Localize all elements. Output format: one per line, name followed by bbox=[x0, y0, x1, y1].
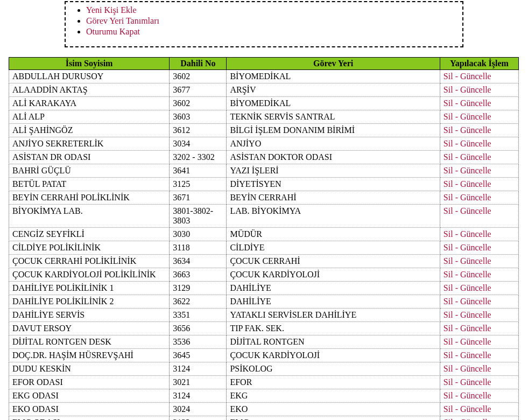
update-link[interactable]: Güncelle bbox=[460, 125, 491, 135]
delete-link[interactable]: Sil bbox=[443, 377, 453, 387]
cell-name: ÇOCUK KARDİYOLOJİ POLİKİLİNİK bbox=[9, 268, 170, 282]
table-row: ALİ ŞAHİNGÖZ3612BİLGİ İŞLEM DONANIM BİRİ… bbox=[9, 124, 519, 137]
delete-link[interactable]: Sil bbox=[443, 337, 453, 346]
delete-link[interactable]: Sil bbox=[443, 297, 453, 306]
col-header-ext: Dahili No bbox=[170, 58, 227, 70]
delete-link[interactable]: Sil bbox=[443, 283, 453, 292]
cell-name: EKG ODASI bbox=[9, 389, 170, 403]
update-link[interactable]: Güncelle bbox=[460, 193, 491, 202]
delete-link[interactable]: Sil bbox=[443, 351, 453, 360]
update-link[interactable]: Güncelle bbox=[460, 85, 491, 94]
cell-ext: 3801-3802-3803 bbox=[170, 205, 227, 228]
update-link[interactable]: Güncelle bbox=[460, 139, 491, 148]
update-link[interactable]: Güncelle bbox=[460, 283, 491, 292]
update-link[interactable]: Güncelle bbox=[460, 243, 491, 252]
update-link[interactable]: Güncelle bbox=[460, 166, 491, 175]
cell-actions: Sil - Güncelle bbox=[440, 335, 518, 349]
duty-definitions-link[interactable]: Görev Yeri Tanımları bbox=[86, 16, 159, 25]
cell-dept: BİLGİ İŞLEM DONANIM BİRİMİ bbox=[227, 124, 440, 137]
delete-link[interactable]: Sil bbox=[443, 404, 453, 414]
menu-item: Yeni Kişi Ekle bbox=[86, 5, 457, 15]
cell-name: BEYİN CERRAHİ POLİKLİNİK bbox=[9, 191, 170, 205]
delete-link[interactable]: Sil bbox=[443, 72, 453, 81]
update-link[interactable]: Güncelle bbox=[460, 152, 491, 162]
cell-ext: 3663 bbox=[170, 268, 227, 282]
cell-actions: Sil - Güncelle bbox=[440, 309, 518, 322]
update-link[interactable]: Güncelle bbox=[460, 99, 491, 108]
cell-dept: YAZI İŞLERİ bbox=[227, 164, 440, 178]
delete-link[interactable]: Sil bbox=[443, 139, 453, 148]
action-separator: - bbox=[453, 99, 460, 108]
table-row: ÇOCUK CERRAHİ POLİKİLİNİK3634ÇOCUK CERRA… bbox=[9, 255, 519, 268]
cell-name: DAVUT ERSOY bbox=[9, 322, 170, 335]
cell-actions: Sil - Güncelle bbox=[440, 349, 518, 362]
cell-name: DAHİLİYE POLİKİLİNİK 2 bbox=[9, 295, 170, 309]
cell-ext: 3132 bbox=[170, 416, 227, 421]
cell-name: DİJİTAL RONTGEN DESK bbox=[9, 335, 170, 349]
update-link[interactable]: Güncelle bbox=[460, 391, 491, 400]
delete-link[interactable]: Sil bbox=[443, 229, 453, 239]
cell-name: CİLDİYE POLİKİLİNİK bbox=[9, 241, 170, 255]
delete-link[interactable]: Sil bbox=[443, 179, 453, 188]
delete-link[interactable]: Sil bbox=[443, 152, 453, 162]
action-separator: - bbox=[453, 166, 460, 175]
delete-link[interactable]: Sil bbox=[443, 166, 453, 175]
table-row: BEYİN CERRAHİ POLİKLİNİK3671BEYİN CERRAH… bbox=[9, 191, 519, 205]
action-separator: - bbox=[453, 206, 460, 215]
cell-name: BAHRİ GÜÇLÜ bbox=[9, 164, 170, 178]
cell-actions: Sil - Güncelle bbox=[440, 137, 518, 151]
update-link[interactable]: Güncelle bbox=[460, 418, 491, 420]
add-person-link[interactable]: Yeni Kişi Ekle bbox=[86, 5, 137, 15]
table-row: DOÇ.DR. HAŞİM HÜSREVŞAHİ3645ÇOCUK KARDİY… bbox=[9, 349, 519, 362]
delete-link[interactable]: Sil bbox=[443, 364, 453, 373]
delete-link[interactable]: Sil bbox=[443, 193, 453, 202]
logout-link[interactable]: Oturumu Kapat bbox=[86, 27, 140, 36]
delete-link[interactable]: Sil bbox=[443, 243, 453, 252]
delete-link[interactable]: Sil bbox=[443, 112, 453, 121]
delete-link[interactable]: Sil bbox=[443, 324, 453, 333]
update-link[interactable]: Güncelle bbox=[460, 310, 491, 319]
cell-ext: 3118 bbox=[170, 241, 227, 255]
cell-dept: BİYOMEDİKAL bbox=[227, 70, 440, 83]
update-link[interactable]: Güncelle bbox=[460, 404, 491, 414]
table-row: BETÜL PATAT3125DİYETİSYENSil - Güncelle bbox=[9, 178, 519, 191]
update-link[interactable]: Güncelle bbox=[460, 337, 491, 346]
cell-dept: DAHİLİYE bbox=[227, 295, 440, 309]
delete-link[interactable]: Sil bbox=[443, 85, 453, 94]
cell-actions: Sil - Güncelle bbox=[440, 178, 518, 191]
update-link[interactable]: Güncelle bbox=[460, 229, 491, 239]
delete-link[interactable]: Sil bbox=[443, 99, 453, 108]
update-link[interactable]: Güncelle bbox=[460, 179, 491, 188]
delete-link[interactable]: Sil bbox=[443, 391, 453, 400]
table-row: BAHRİ GÜÇLÜ3641YAZI İŞLERİSil - Güncelle bbox=[9, 164, 519, 178]
cell-ext: 3536 bbox=[170, 335, 227, 349]
cell-ext: 3612 bbox=[170, 124, 227, 137]
delete-link[interactable]: Sil bbox=[443, 270, 453, 279]
cell-ext: 3641 bbox=[170, 164, 227, 178]
delete-link[interactable]: Sil bbox=[443, 418, 453, 420]
update-link[interactable]: Güncelle bbox=[460, 297, 491, 306]
update-link[interactable]: Güncelle bbox=[460, 364, 491, 373]
cell-name: DOÇ.DR. HAŞİM HÜSREVŞAHİ bbox=[9, 349, 170, 362]
action-separator: - bbox=[453, 256, 460, 265]
update-link[interactable]: Güncelle bbox=[460, 377, 491, 387]
update-link[interactable]: Güncelle bbox=[460, 270, 491, 279]
delete-link[interactable]: Sil bbox=[443, 256, 453, 265]
cell-actions: Sil - Güncelle bbox=[440, 83, 518, 97]
update-link[interactable]: Güncelle bbox=[460, 256, 491, 265]
menu-item: Görev Yeri Tanımları bbox=[86, 16, 457, 26]
cell-actions: Sil - Güncelle bbox=[440, 191, 518, 205]
update-link[interactable]: Güncelle bbox=[460, 351, 491, 360]
cell-dept: TEKNİK SERVİS SANTRAL bbox=[227, 110, 440, 124]
action-separator: - bbox=[453, 418, 460, 420]
cell-ext: 3124 bbox=[170, 362, 227, 376]
update-link[interactable]: Güncelle bbox=[460, 324, 491, 333]
delete-link[interactable]: Sil bbox=[443, 206, 453, 215]
delete-link[interactable]: Sil bbox=[443, 310, 453, 319]
update-link[interactable]: Güncelle bbox=[460, 112, 491, 121]
cell-dept: YATAKLI SERVİSLER DAHİLİYE bbox=[227, 309, 440, 322]
cell-actions: Sil - Güncelle bbox=[440, 205, 518, 228]
update-link[interactable]: Güncelle bbox=[460, 72, 491, 81]
delete-link[interactable]: Sil bbox=[443, 125, 453, 135]
update-link[interactable]: Güncelle bbox=[460, 206, 491, 215]
